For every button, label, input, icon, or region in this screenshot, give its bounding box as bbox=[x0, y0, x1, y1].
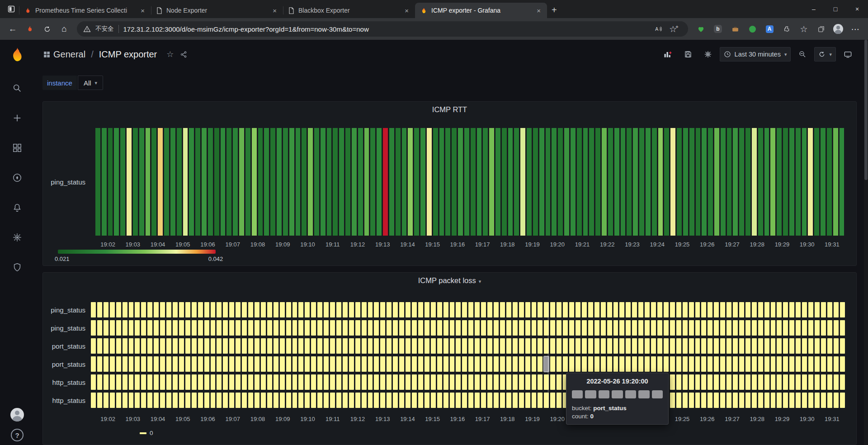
loss-cell[interactable] bbox=[695, 302, 700, 317]
loss-cell[interactable] bbox=[815, 338, 820, 354]
loss-cell[interactable] bbox=[387, 374, 392, 390]
loss-cell[interactable] bbox=[450, 356, 455, 372]
loss-cell[interactable] bbox=[532, 393, 537, 408]
loss-cell[interactable] bbox=[657, 356, 662, 372]
loss-cell[interactable] bbox=[494, 338, 499, 354]
loss-cell[interactable] bbox=[538, 393, 542, 408]
loss-cell[interactable] bbox=[758, 356, 763, 372]
loss-cell[interactable] bbox=[538, 338, 542, 354]
loss-cell[interactable] bbox=[223, 393, 228, 408]
loss-cell[interactable] bbox=[147, 320, 152, 336]
loss-cell[interactable] bbox=[689, 338, 694, 354]
loss-cell[interactable] bbox=[777, 320, 782, 336]
rtt-bar[interactable] bbox=[339, 128, 344, 236]
loss-cell[interactable] bbox=[714, 302, 719, 317]
loss-cell[interactable] bbox=[645, 302, 650, 317]
loss-cell[interactable] bbox=[135, 320, 140, 336]
loss-cell[interactable] bbox=[733, 356, 738, 372]
loss-cell[interactable] bbox=[758, 320, 763, 336]
loss-cell[interactable] bbox=[368, 356, 373, 372]
loss-cell[interactable] bbox=[519, 356, 524, 372]
loss-cell[interactable] bbox=[487, 338, 492, 354]
loss-cell[interactable] bbox=[292, 338, 297, 354]
loss-cell[interactable] bbox=[248, 320, 253, 336]
loss-cell[interactable] bbox=[154, 320, 159, 336]
rtt-bar[interactable] bbox=[414, 128, 419, 236]
loss-cell[interactable] bbox=[355, 356, 360, 372]
loss-cell[interactable] bbox=[129, 320, 134, 336]
loss-cell[interactable] bbox=[726, 302, 731, 317]
loss-cell[interactable] bbox=[393, 356, 398, 372]
loss-cell[interactable] bbox=[173, 302, 178, 317]
loss-cell[interactable] bbox=[211, 302, 216, 317]
loss-cell[interactable] bbox=[443, 302, 448, 317]
loss-cell[interactable] bbox=[670, 356, 675, 372]
loss-cell[interactable] bbox=[525, 374, 530, 390]
loss-cell[interactable] bbox=[298, 393, 303, 408]
loss-cell[interactable] bbox=[576, 302, 580, 317]
loss-cell[interactable] bbox=[349, 393, 354, 408]
loss-cell[interactable] bbox=[298, 338, 303, 354]
loss-cell[interactable] bbox=[695, 338, 700, 354]
rtt-bar[interactable] bbox=[289, 128, 294, 236]
minimize-button[interactable]: – bbox=[803, 0, 825, 18]
loss-cell[interactable] bbox=[834, 393, 839, 408]
loss-cell[interactable] bbox=[147, 338, 152, 354]
loss-cell[interactable] bbox=[292, 320, 297, 336]
loss-cell[interactable] bbox=[739, 356, 744, 372]
loss-cell[interactable] bbox=[242, 338, 247, 354]
loss-cell[interactable] bbox=[676, 374, 681, 390]
loss-cell[interactable] bbox=[582, 338, 587, 354]
loss-cell[interactable] bbox=[519, 302, 524, 317]
loss-cell[interactable] bbox=[632, 338, 637, 354]
loss-cell[interactable] bbox=[431, 302, 436, 317]
loss-cell[interactable] bbox=[198, 320, 203, 336]
rtt-bar[interactable] bbox=[577, 128, 582, 236]
rtt-bar[interactable] bbox=[633, 128, 638, 236]
loss-cell[interactable] bbox=[223, 302, 228, 317]
loss-cell[interactable] bbox=[771, 320, 776, 336]
loss-cell[interactable] bbox=[223, 338, 228, 354]
loss-cell[interactable] bbox=[292, 393, 297, 408]
loss-cell[interactable] bbox=[223, 374, 228, 390]
loss-cell[interactable] bbox=[229, 356, 234, 372]
loss-cell[interactable] bbox=[695, 356, 700, 372]
loss-cell[interactable] bbox=[840, 393, 845, 408]
loss-cell[interactable] bbox=[494, 393, 499, 408]
loss-cell[interactable] bbox=[406, 356, 410, 372]
loss-cell[interactable] bbox=[726, 320, 731, 336]
translate-icon[interactable]: A bbox=[762, 22, 777, 36]
loss-cell[interactable] bbox=[764, 320, 769, 336]
loss-cell[interactable] bbox=[513, 356, 518, 372]
loss-cell[interactable] bbox=[211, 393, 216, 408]
loss-cell[interactable] bbox=[431, 338, 436, 354]
browser-tab-node-exporter[interactable]: Node Exporter × bbox=[151, 3, 283, 18]
loss-cell[interactable] bbox=[758, 393, 763, 408]
loss-cell[interactable] bbox=[166, 374, 171, 390]
loss-cell[interactable] bbox=[670, 374, 675, 390]
loss-cell[interactable] bbox=[487, 356, 492, 372]
loss-cell[interactable] bbox=[380, 338, 385, 354]
loss-cell[interactable] bbox=[425, 356, 429, 372]
loss-cell[interactable] bbox=[418, 374, 423, 390]
loss-cell[interactable] bbox=[796, 374, 801, 390]
loss-cell[interactable] bbox=[274, 320, 278, 336]
loss-cell[interactable] bbox=[783, 302, 788, 317]
loss-cell[interactable] bbox=[771, 374, 776, 390]
rtt-bar[interactable] bbox=[571, 128, 576, 236]
loss-cell[interactable] bbox=[349, 356, 354, 372]
rtt-bar[interactable] bbox=[377, 128, 382, 236]
loss-cell[interactable] bbox=[362, 374, 367, 390]
time-range-picker[interactable]: Last 30 minutes ▾ bbox=[720, 47, 791, 62]
loss-cell[interactable] bbox=[840, 374, 845, 390]
loss-cell[interactable] bbox=[355, 338, 360, 354]
loss-cell[interactable] bbox=[236, 302, 241, 317]
loss-cell[interactable] bbox=[185, 356, 190, 372]
loss-cell[interactable] bbox=[141, 320, 146, 336]
loss-cell[interactable] bbox=[487, 302, 492, 317]
loss-cell[interactable] bbox=[487, 374, 492, 390]
loss-cell[interactable] bbox=[777, 393, 782, 408]
loss-cell[interactable] bbox=[317, 356, 322, 372]
loss-cell[interactable] bbox=[418, 356, 423, 372]
loss-cell[interactable] bbox=[154, 356, 159, 372]
